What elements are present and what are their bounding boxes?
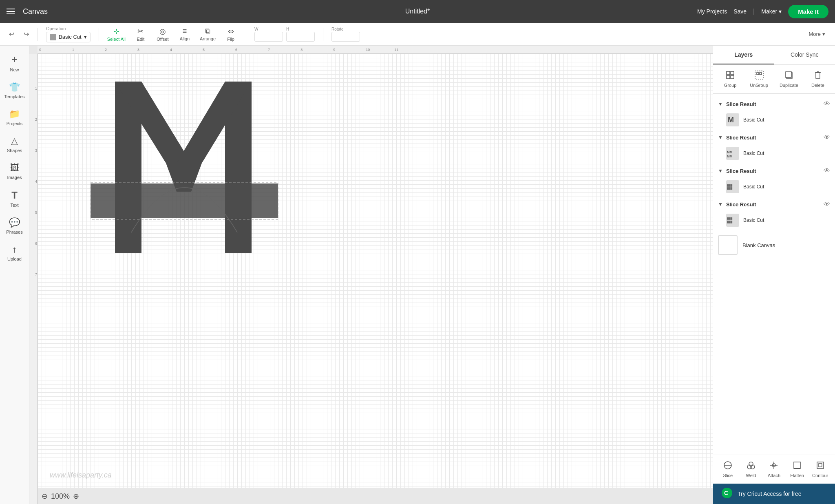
weld-button[interactable]: Weld <box>740 458 763 480</box>
svg-rect-12 <box>757 73 759 75</box>
group-button[interactable]: Group <box>718 68 742 90</box>
offset-button[interactable]: ◎ Offset <box>152 25 173 43</box>
flatten-button[interactable]: Flatten <box>786 458 809 480</box>
visibility-toggle-3[interactable]: 👁 <box>824 167 830 175</box>
tab-layers[interactable]: Layers <box>713 46 774 64</box>
make-it-button[interactable]: Make It <box>788 5 828 18</box>
size-group: W H <box>254 27 315 42</box>
visibility-toggle-2[interactable]: 👁 <box>824 134 830 141</box>
slice-label: Slice <box>723 473 733 478</box>
svg-rect-16 <box>816 73 820 78</box>
layer-thumbnail-1: M <box>726 113 739 126</box>
canvas-grid[interactable] <box>38 54 713 488</box>
undo-button[interactable]: ↩ <box>5 28 18 41</box>
operation-select[interactable]: Basic Cut ▾ <box>46 32 91 42</box>
attach-button[interactable]: Attach <box>762 458 786 480</box>
ungroup-button[interactable]: UnGroup <box>746 68 772 90</box>
toolbar-sep4 <box>323 28 323 41</box>
visibility-toggle-1[interactable]: 👁 <box>824 100 830 108</box>
layer-group-slice2: ▼ Slice Result 👁 MMMM Basic Cut <box>713 130 835 162</box>
delete-icon <box>813 71 822 82</box>
layer-item[interactable]: MMMM Basic Cut <box>713 144 835 162</box>
align-icon: ≡ <box>183 27 187 35</box>
layer-item[interactable]: ▓▓▓▓▓▓ Basic Cut <box>713 211 835 229</box>
layer-group-header-slice4[interactable]: ▼ Slice Result 👁 <box>713 197 835 211</box>
delete-button[interactable]: Delete <box>806 68 830 90</box>
sidebar-item-label: Shapes <box>7 148 22 153</box>
zoom-out-button[interactable]: ⊖ <box>42 492 48 501</box>
sidebar-item-label: Images <box>7 175 22 180</box>
sidebar-item-images[interactable]: 🖼 Images <box>2 159 28 184</box>
rotate-input-group: Rotate <box>331 27 360 42</box>
sidebar-item-new[interactable]: + New <box>2 49 28 76</box>
panel-actions: Group UnGroup Duplicate Delete <box>713 65 835 94</box>
svg-rect-8 <box>731 71 734 75</box>
redo-button[interactable]: ↪ <box>20 28 33 41</box>
select-all-button[interactable]: ⊹ Select All <box>104 25 129 43</box>
sidebar-item-label: Templates <box>4 94 24 99</box>
right-panel: Layers Color Sync Group UnGroup <box>713 46 835 504</box>
phrases-icon: 💬 <box>9 217 20 228</box>
flip-button[interactable]: ⇔ Flip <box>221 25 241 43</box>
zoom-level: 100% <box>51 492 70 501</box>
layer-item[interactable]: M Basic Cut <box>713 111 835 129</box>
canvas-m-shape[interactable] <box>91 82 303 277</box>
layer-group-header-slice2[interactable]: ▼ Slice Result 👁 <box>713 130 835 144</box>
layer-item[interactable]: ▓▓▓▓▓▓ Basic Cut <box>713 178 835 196</box>
left-sidebar: + New 👕 Templates 📁 Projects △ Shapes 🖼 … <box>0 46 29 504</box>
layer-group-title: Slice Result <box>726 135 820 141</box>
edit-button[interactable]: ✂ Edit <box>130 25 151 43</box>
rotate-input[interactable] <box>331 32 360 42</box>
edit-icon: ✂ <box>137 27 144 36</box>
layer-group-slice3: ▼ Slice Result 👁 ▓▓▓▓▓▓ Basic Cut <box>713 164 835 196</box>
tab-color-sync[interactable]: Color Sync <box>774 46 835 64</box>
sidebar-item-projects[interactable]: 📁 Projects <box>2 105 28 130</box>
duplicate-label: Duplicate <box>780 83 798 88</box>
svg-text:MM: MM <box>727 155 733 158</box>
attach-label: Attach <box>768 473 780 478</box>
visibility-toggle-4[interactable]: 👁 <box>824 201 830 208</box>
layer-group-header-slice1[interactable]: ▼ Slice Result 👁 <box>713 97 835 111</box>
canvas-zoom: ⊖ 100% ⊕ <box>42 492 79 501</box>
layer-group-title: Slice Result <box>726 101 820 107</box>
my-projects-link[interactable]: My Projects <box>697 8 727 15</box>
sidebar-item-phrases[interactable]: 💬 Phrases <box>2 213 28 239</box>
canvas-watermark: www.lifeisaparty.ca <box>50 471 112 480</box>
sidebar-item-shapes[interactable]: △ Shapes <box>2 132 28 157</box>
canvas-area[interactable]: 0 1 2 3 4 5 6 7 8 9 10 11 1 2 3 4 5 <box>29 46 713 504</box>
slice-icon <box>723 461 732 472</box>
toolbar: ↩ ↪ Operation Basic Cut ▾ ⊹ Select All ✂… <box>0 23 835 46</box>
slice-button[interactable]: Slice <box>716 458 740 480</box>
toolbar-sep3 <box>246 28 246 41</box>
blank-canvas-thumbnail <box>718 235 738 255</box>
shapes-icon: △ <box>11 136 18 146</box>
save-button[interactable]: Save <box>733 8 747 15</box>
sidebar-item-text[interactable]: T Text <box>2 186 28 212</box>
layer-name-2: Basic Cut <box>743 150 764 156</box>
weld-label: Weld <box>746 473 756 478</box>
arrange-icon: ⧉ <box>205 27 210 35</box>
cricut-access-banner[interactable]: C Try Cricut Access for free <box>713 484 835 504</box>
duplicate-button[interactable]: Duplicate <box>775 68 802 90</box>
zoom-in-button[interactable]: ⊕ <box>73 492 79 501</box>
sidebar-item-upload[interactable]: ↑ Upload <box>2 240 28 265</box>
layer-name-4: Basic Cut <box>743 217 764 223</box>
chevron-down-icon: ▾ <box>84 34 87 40</box>
hamburger-menu[interactable] <box>7 9 15 14</box>
layer-group-header-slice3[interactable]: ▼ Slice Result 👁 <box>713 164 835 178</box>
height-input[interactable] <box>286 32 315 42</box>
main-layout: + New 👕 Templates 📁 Projects △ Shapes 🖼 … <box>0 46 835 504</box>
divider: | <box>753 8 755 15</box>
arrange-button[interactable]: ⧉ Arrange <box>197 25 219 43</box>
group-icon <box>726 71 735 82</box>
width-input[interactable] <box>254 32 283 42</box>
contour-button[interactable]: Contour <box>808 458 832 480</box>
maker-selector[interactable]: Maker ▾ <box>761 8 782 15</box>
sidebar-item-templates[interactable]: 👕 Templates <box>2 78 28 103</box>
attach-icon <box>769 461 778 472</box>
sidebar-item-label: New <box>10 67 19 72</box>
svg-text:C: C <box>724 490 728 496</box>
align-button[interactable]: ≡ Align <box>175 25 195 43</box>
more-button[interactable]: More ▾ <box>804 29 830 40</box>
svg-rect-34 <box>794 462 800 469</box>
